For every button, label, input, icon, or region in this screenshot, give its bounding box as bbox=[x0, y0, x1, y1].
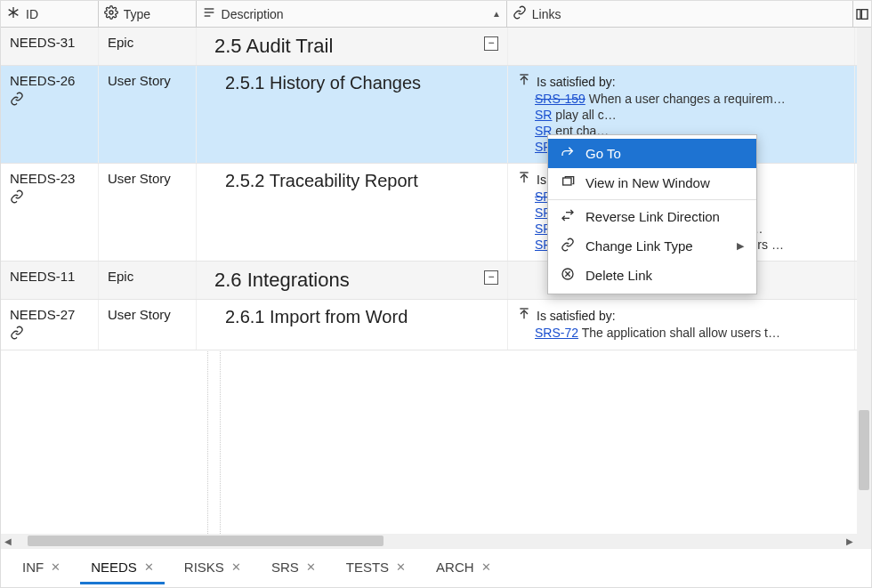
row-description: 2.6.1 Import from Word bbox=[206, 307, 498, 327]
column-header-description-label: Description bbox=[222, 7, 284, 21]
document-tabs: INF✕NEEDS✕RISKS✕SRS✕TESTS✕ARCH✕ bbox=[1, 548, 871, 587]
tab-risks[interactable]: RISKS✕ bbox=[174, 552, 252, 584]
links-header: Is satisfied by: bbox=[517, 307, 845, 324]
menu-item-goto[interactable]: Go To bbox=[548, 139, 756, 168]
cell-description[interactable]: 2.5 Audit Trail− bbox=[197, 28, 508, 65]
app-root: ID Type Description ▲ Links NEEDS-31Epi bbox=[0, 0, 872, 588]
column-header-id[interactable]: ID bbox=[1, 1, 99, 27]
link-item: SRS-159 When a user changes a requirem… bbox=[535, 92, 845, 106]
table-row[interactable]: NEEDS-31Epic2.5 Audit Trail− bbox=[1, 28, 871, 66]
horizontal-scrollbar[interactable]: ◀ ▶ bbox=[1, 534, 857, 548]
column-header-id-label: ID bbox=[26, 7, 38, 21]
asterisk-icon bbox=[6, 5, 20, 22]
cell-id: NEEDS-11 bbox=[1, 262, 99, 299]
tab-tests[interactable]: TESTS✕ bbox=[335, 552, 416, 584]
tab-label: NEEDS bbox=[91, 560, 137, 575]
link-id[interactable]: SRS-159 bbox=[535, 92, 585, 106]
cell-description[interactable]: 2.5.2 Traceability Report bbox=[197, 164, 508, 261]
link-icon bbox=[10, 326, 24, 342]
link-text: The application shall allow users t… bbox=[578, 326, 780, 340]
row-type: Epic bbox=[108, 35, 133, 50]
link-icon bbox=[513, 5, 527, 22]
close-icon[interactable]: ✕ bbox=[144, 560, 154, 574]
menu-item-view-new-window[interactable]: View in New Window bbox=[548, 168, 756, 200]
tab-label: ARCH bbox=[436, 560, 474, 575]
close-icon[interactable]: ✕ bbox=[396, 560, 406, 574]
menu-item-label: Go To bbox=[585, 146, 621, 161]
links-header-label: Is satisfied by: bbox=[537, 75, 616, 89]
scroll-left-arrow-icon[interactable]: ◀ bbox=[1, 536, 15, 546]
row-id: NEEDS-11 bbox=[10, 269, 89, 284]
table-row[interactable]: NEEDS-27User Story2.6.1 Import from Word… bbox=[1, 300, 871, 350]
cell-type: User Story bbox=[99, 300, 197, 350]
tab-label: SRS bbox=[271, 560, 299, 575]
column-header-links[interactable]: Links bbox=[507, 1, 853, 27]
tab-label: TESTS bbox=[346, 560, 389, 575]
tab-label: RISKS bbox=[184, 560, 224, 575]
vertical-scrollbar[interactable] bbox=[857, 28, 871, 562]
tab-inf[interactable]: INF✕ bbox=[12, 552, 71, 584]
cell-type: User Story bbox=[99, 66, 197, 163]
svg-rect-4 bbox=[857, 9, 860, 19]
list-icon bbox=[202, 5, 216, 22]
delete-icon bbox=[561, 267, 575, 284]
column-header-links-label: Links bbox=[532, 7, 561, 21]
row-description: 2.5 Audit Trail bbox=[206, 35, 498, 58]
link-item: SR play all c… bbox=[535, 108, 845, 122]
close-icon[interactable]: ✕ bbox=[481, 560, 491, 574]
link-id[interactable]: SRS-72 bbox=[535, 326, 578, 340]
column-header-description[interactable]: Description ▲ bbox=[197, 1, 507, 27]
gear-icon bbox=[104, 5, 118, 22]
link-icon bbox=[561, 238, 575, 254]
menu-item-label: Change Link Type bbox=[585, 238, 693, 254]
menu-item-change-link-type[interactable]: Change Link Type ▶ bbox=[548, 231, 756, 261]
goto-icon bbox=[561, 145, 575, 162]
cell-links: Is satisfied by:SRS-72 The application s… bbox=[508, 300, 855, 350]
cell-type: Epic bbox=[99, 28, 197, 65]
cell-type: User Story bbox=[99, 164, 197, 261]
tab-srs[interactable]: SRS✕ bbox=[261, 552, 327, 584]
scrollbar-thumb[interactable] bbox=[28, 536, 384, 546]
collapse-toggle[interactable]: − bbox=[484, 36, 498, 51]
cell-id: NEEDS-27 bbox=[1, 300, 99, 350]
svg-rect-5 bbox=[861, 9, 868, 19]
sort-ascending-icon[interactable]: ▲ bbox=[492, 9, 501, 19]
menu-item-reverse-link[interactable]: Reverse Link Direction bbox=[548, 202, 756, 231]
cell-description[interactable]: 2.6 Integrations− bbox=[197, 262, 508, 299]
row-description: 2.5.1 History of Changes bbox=[206, 73, 498, 93]
arrow-up-icon bbox=[517, 171, 531, 188]
menu-item-label: Reverse Link Direction bbox=[585, 209, 720, 224]
row-type: User Story bbox=[108, 307, 171, 322]
row-type: User Story bbox=[108, 73, 171, 88]
links-header: Is satisfied by: bbox=[517, 73, 845, 90]
menu-item-delete-link[interactable]: Delete Link bbox=[548, 261, 756, 290]
menu-item-label: Delete Link bbox=[585, 268, 652, 283]
svg-point-0 bbox=[109, 11, 113, 14]
svg-rect-12 bbox=[563, 178, 571, 185]
row-type: Epic bbox=[108, 269, 133, 284]
links-header-label: Is satisfied by: bbox=[537, 309, 616, 323]
close-icon[interactable]: ✕ bbox=[231, 560, 241, 574]
column-config-button[interactable] bbox=[853, 1, 871, 27]
link-text: When a user changes a requirem… bbox=[585, 92, 786, 106]
column-header-type[interactable]: Type bbox=[99, 1, 197, 27]
link-id[interactable]: SR bbox=[535, 108, 552, 122]
row-id: NEEDS-31 bbox=[10, 35, 89, 50]
scroll-right-arrow-icon[interactable]: ▶ bbox=[843, 536, 857, 546]
arrow-up-icon bbox=[517, 73, 531, 90]
collapse-toggle[interactable]: − bbox=[484, 270, 498, 285]
link-icon bbox=[10, 92, 24, 109]
cell-id: NEEDS-26 bbox=[1, 66, 99, 163]
cell-id: NEEDS-23 bbox=[1, 164, 99, 261]
cell-description[interactable]: 2.5.1 History of Changes bbox=[197, 66, 508, 163]
cell-description[interactable]: 2.6.1 Import from Word bbox=[197, 300, 508, 350]
scrollbar-track[interactable] bbox=[15, 534, 843, 548]
arrow-up-icon bbox=[517, 307, 531, 324]
tab-needs[interactable]: NEEDS✕ bbox=[80, 552, 165, 584]
close-icon[interactable]: ✕ bbox=[306, 560, 316, 574]
menu-item-label: View in New Window bbox=[585, 175, 710, 190]
scrollbar-thumb[interactable] bbox=[859, 410, 869, 490]
tab-arch[interactable]: ARCH✕ bbox=[425, 552, 502, 584]
close-icon[interactable]: ✕ bbox=[51, 560, 61, 574]
new-window-icon bbox=[561, 174, 575, 191]
